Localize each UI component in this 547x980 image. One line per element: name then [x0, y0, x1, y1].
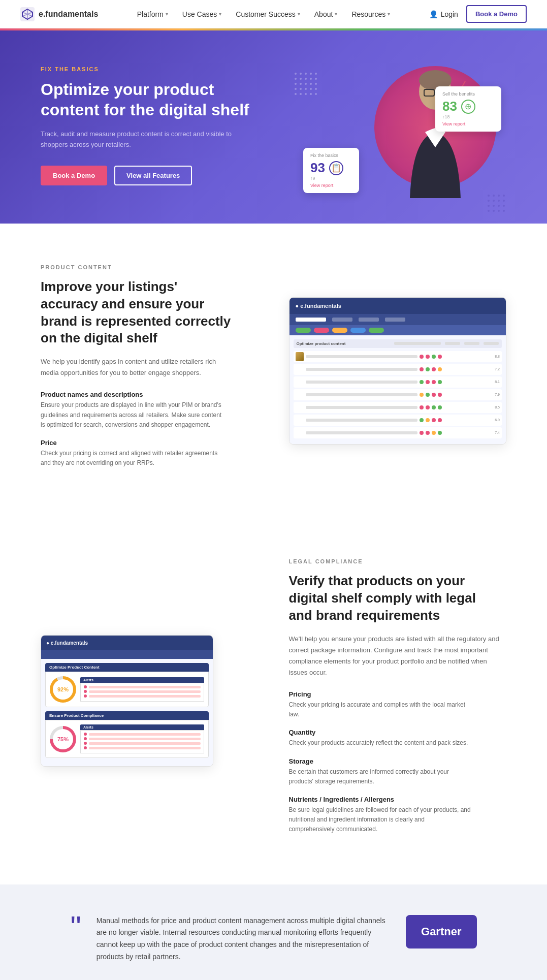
- hero-card-fix-basics: Fix the basics 93 📋 ↑9 View report: [303, 148, 359, 193]
- chevron-down-icon: ▾: [335, 11, 337, 17]
- alert-bar: [89, 690, 201, 693]
- alert-bar: [89, 733, 201, 736]
- status-dot: [420, 355, 424, 359]
- status-dot: [438, 355, 442, 359]
- alert-row: [84, 746, 201, 749]
- gauge-92: 92%: [50, 676, 76, 703]
- hero-title: Optimize your product content for the di…: [41, 79, 254, 120]
- status-dot: [438, 431, 442, 435]
- table-row: 8.8: [294, 351, 502, 362]
- table-row: 8.5: [294, 402, 502, 413]
- compliance-mockup: ● e.fundamentals Optimize Product Conten…: [41, 635, 213, 767]
- svg-point-36: [488, 200, 490, 202]
- quote-mark-icon: ": [71, 915, 81, 939]
- svg-point-47: [503, 210, 505, 212]
- svg-point-26: [315, 88, 317, 90]
- product-name-bar: [306, 355, 417, 358]
- login-link[interactable]: 👤 Login: [429, 10, 458, 18]
- table-row: 7.4: [294, 427, 502, 438]
- svg-point-24: [305, 88, 307, 90]
- status-dot: [420, 418, 424, 422]
- section2-desc: We'll help you ensure your products are …: [289, 634, 502, 678]
- product-thumbnail: [296, 378, 304, 386]
- status-dot: [426, 393, 430, 397]
- section1-text: PRODUCT CONTENT Improve your listings' a…: [41, 264, 259, 477]
- comp-alerts-1: Alerts: [80, 677, 204, 702]
- status-dot: [426, 367, 430, 371]
- testimonial-section: " Manual methods for price and product c…: [0, 884, 547, 980]
- svg-point-31: [315, 93, 317, 95]
- table-row: 7.2: [294, 364, 502, 375]
- status-dot: [426, 380, 430, 384]
- logo-text: e.fundamentals: [39, 10, 98, 19]
- svg-point-37: [493, 200, 495, 202]
- product-thumbnail: [296, 352, 304, 361]
- svg-point-30: [310, 93, 312, 95]
- section1-tag: PRODUCT CONTENT: [41, 264, 259, 270]
- svg-point-12: [295, 78, 297, 80]
- svg-point-10: [310, 73, 312, 75]
- logo[interactable]: e.fundamentals: [20, 7, 98, 21]
- alert-bar: [89, 695, 201, 698]
- comp-alert-rows-2: [80, 730, 204, 753]
- status-dot: [432, 380, 436, 384]
- svg-point-9: [305, 73, 307, 75]
- nav-platform[interactable]: Platform ▾: [137, 10, 168, 18]
- table-row: 6.9: [294, 415, 502, 426]
- svg-point-15: [310, 78, 312, 80]
- hero-view-features-button[interactable]: View all Features: [114, 166, 192, 185]
- feature-quantity: Quantity Check your products accurately …: [289, 729, 507, 748]
- status-dot: [426, 405, 430, 409]
- product-name-bar: [306, 431, 417, 434]
- comp-panel-body-2: 75% Alerts: [45, 720, 209, 758]
- chevron-down-icon: ▾: [166, 11, 168, 17]
- status-dot: [432, 355, 436, 359]
- filter-chip: [332, 328, 347, 333]
- book-demo-button[interactable]: Book a Demo: [466, 5, 527, 23]
- status-dot: [420, 405, 424, 409]
- status-dot: [438, 367, 442, 371]
- svg-point-25: [310, 88, 312, 90]
- section2-tag: LEGAL COMPLIANCE: [289, 558, 507, 564]
- comp-logo: ● e.fundamentals: [46, 640, 88, 646]
- gartner-badge: Gartner: [406, 915, 476, 949]
- comp-panel-optimize: Optimize Product Content: [45, 663, 209, 672]
- svg-point-23: [300, 88, 302, 90]
- product-thumbnail: [296, 403, 304, 412]
- svg-point-44: [488, 210, 490, 212]
- nav-about[interactable]: About ▾: [314, 10, 338, 18]
- svg-point-43: [503, 205, 505, 207]
- gauge-75-value: 75%: [53, 729, 73, 749]
- section1-visual: ● e.fundamentals: [289, 297, 507, 445]
- feature-product-names: Product names and descriptions Ensure yo…: [41, 391, 259, 430]
- section2-columns: LEGAL COMPLIANCE Verify that products on…: [41, 558, 506, 843]
- nav-resources[interactable]: Resources ▾: [351, 10, 390, 18]
- hero-person-image: [379, 61, 491, 203]
- alert-dot: [84, 690, 87, 693]
- dash-sub-header: Optimize product content: [294, 339, 502, 348]
- svg-point-7: [295, 73, 297, 75]
- svg-point-42: [498, 205, 500, 207]
- alert-row: [84, 685, 201, 688]
- nav-use-cases[interactable]: Use Cases ▾: [182, 10, 221, 18]
- comp-alert-rows: [80, 683, 204, 702]
- svg-point-17: [295, 83, 297, 85]
- hero-desc: Track, audit and measure product content…: [41, 129, 254, 150]
- alert-bar: [89, 686, 201, 688]
- status-dot: [432, 393, 436, 397]
- hero-buttons: Book a Demo View all Features: [41, 166, 254, 185]
- product-name-bar: [306, 406, 417, 409]
- alert-bar: [89, 742, 201, 745]
- hero-visual: Fix the basics 93 📋 ↑9 View report Sell …: [293, 61, 506, 224]
- nav-customer-success[interactable]: Customer Success ▾: [236, 10, 300, 18]
- alert-row: [84, 733, 201, 736]
- hero-book-demo-button[interactable]: Book a Demo: [41, 166, 107, 185]
- product-name-bar: [306, 419, 417, 422]
- alert-row: [84, 742, 201, 745]
- product-thumbnail: [296, 416, 304, 424]
- filter-chip: [369, 328, 384, 333]
- feature-nutrients: Nutrients / Ingredients / Allergens Be s…: [289, 796, 507, 835]
- comp-alerts-2: Alerts: [80, 724, 204, 753]
- comp-header: ● e.fundamentals: [41, 636, 213, 650]
- svg-point-39: [503, 200, 505, 202]
